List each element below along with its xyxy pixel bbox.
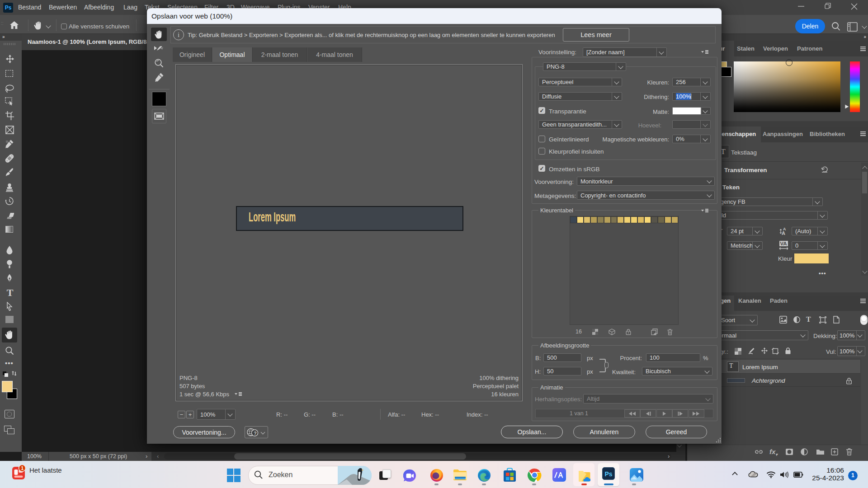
svg-text:VA: VA bbox=[780, 241, 787, 246]
svg-text:A: A bbox=[782, 230, 785, 236]
svg-text:?: ? bbox=[254, 431, 257, 436]
svg-text:1: 1 bbox=[21, 466, 24, 471]
